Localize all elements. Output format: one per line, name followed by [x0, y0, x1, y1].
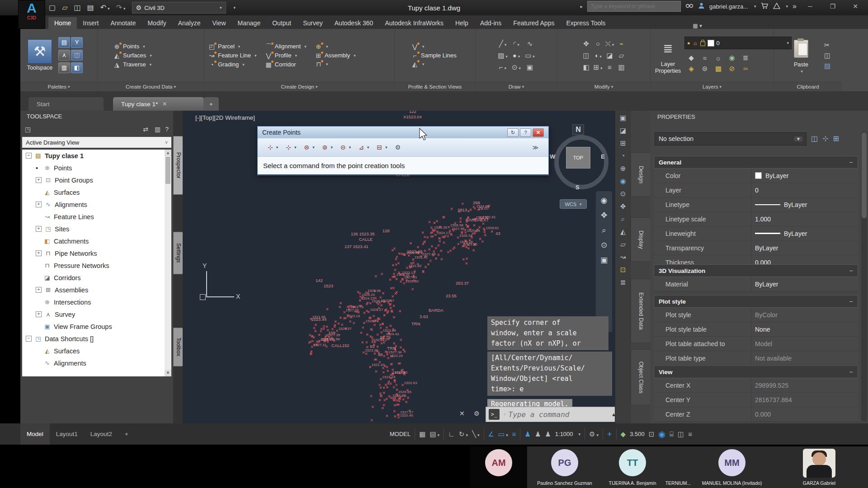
palette-tool-icon[interactable]: ◔	[621, 152, 625, 159]
palette-tool-icon[interactable]: ▣	[620, 114, 626, 121]
intersection-button[interactable]: ⊕▾	[315, 43, 356, 50]
section-header[interactable]: 3D Visualization−	[654, 264, 858, 277]
orbit-icon[interactable]: ⊙	[601, 241, 607, 249]
full-navigation-wheel-icon[interactable]: ◉	[601, 197, 608, 204]
cart-icon[interactable]	[761, 3, 769, 10]
viewport-controls[interactable]: [-][Top][2D Wireframe]	[195, 114, 255, 121]
profile-button[interactable]: ⋁Profile▾	[265, 52, 307, 59]
circle-tool-icon[interactable]: ●▾	[513, 52, 520, 59]
palette-tool-icon[interactable]: ◉	[620, 178, 626, 184]
search-icon[interactable]	[685, 3, 693, 10]
help-search-box[interactable]	[587, 1, 681, 12]
pan-icon[interactable]: ✥	[601, 211, 607, 219]
panel-label-psv[interactable]: Profile & Section Views	[395, 82, 475, 91]
customize-commandline-icon[interactable]: ⚙	[474, 410, 480, 417]
miscellaneous-point-tool[interactable]: ⊹▾	[268, 144, 278, 150]
autoscale-icon[interactable]: ♟	[535, 431, 541, 437]
viewcube-south[interactable]: S	[576, 184, 580, 191]
tree-scrollbar[interactable]: ▲ ▼	[165, 150, 171, 376]
panel-label-cgd[interactable]: Create Ground Data▾	[98, 82, 204, 91]
offset-tool-icon[interactable]: ≡	[608, 63, 612, 71]
tab-toolbox[interactable]: Toolbox	[173, 328, 184, 366]
new-layout-button[interactable]: +	[118, 423, 135, 445]
polyline-tool-icon[interactable]: ⌐▾	[499, 63, 506, 71]
ribbon-tab-insert[interactable]: Insert	[77, 17, 104, 29]
snap-mode-icon[interactable]: ▤▾	[429, 431, 439, 437]
collapse-section-icon[interactable]: −	[849, 159, 853, 166]
annotation-visibility-icon[interactable]: ♟	[524, 431, 530, 437]
pipe-network-button[interactable]: ⊓▾	[315, 61, 356, 67]
object-snap-tracking-icon[interactable]: ∠	[488, 431, 494, 437]
object-snap-icon[interactable]: ▭▾	[498, 431, 508, 437]
toggle-pickadd-icon[interactable]: ◫	[811, 135, 818, 142]
tab-layout1[interactable]: Layout1	[50, 423, 84, 445]
slope-point-tool[interactable]: ⊿▾	[359, 144, 369, 150]
viewcube-west[interactable]: W	[550, 153, 555, 160]
toolbar-expand-icon[interactable]: ≫	[532, 144, 538, 151]
participant-tile[interactable]: TERNIUM...	[663, 446, 693, 488]
tree-item-points[interactable]: •⊕Points	[22, 162, 171, 174]
tree-item-catchments[interactable]: ◧Catchments	[22, 235, 171, 247]
mirror-tool-icon[interactable]: ◧	[583, 63, 589, 71]
line-tool-icon[interactable]: ╱▾	[499, 40, 507, 48]
tree-item-survey[interactable]: +⋏Survey	[22, 308, 171, 320]
tree-item-ds-alignments[interactable]: ∿Alignments	[22, 357, 171, 369]
palette-tool-icon[interactable]: ⊕	[620, 165, 626, 172]
dialog-dock-icon[interactable]: ↻	[507, 128, 519, 137]
ribbon-tab-analyze[interactable]: Analyze	[172, 17, 207, 29]
tree-item-corridors[interactable]: ◪Corridors	[22, 272, 171, 284]
collapse-section-icon[interactable]: −	[849, 298, 853, 305]
annotation-monitor-icon[interactable]: +	[607, 430, 612, 438]
ellipse-tool-icon[interactable]: ⊙▾	[512, 63, 521, 71]
property-row[interactable]: ColorByLayer	[654, 169, 858, 183]
collapse-icon[interactable]: −	[26, 153, 32, 159]
surfaces-button[interactable]: ◭Surfaces▾	[113, 52, 152, 59]
quick-properties-icon[interactable]: ⊡	[649, 431, 655, 437]
grading-button[interactable]: ◔Grading▾	[208, 61, 257, 68]
settings-palette-icon[interactable]: Y	[71, 37, 83, 48]
dialog-help-icon[interactable]: ?	[520, 128, 531, 137]
workspace-switching-icon[interactable]: ⚙▾	[589, 431, 599, 437]
ribbon-tab-view[interactable]: View	[206, 17, 231, 29]
prospector-palette-icon[interactable]: ▤	[58, 37, 70, 48]
layer-tool-icon[interactable]: ◉	[729, 54, 735, 62]
ribbon-tab-help[interactable]: Help	[449, 17, 474, 29]
save-icon[interactable]: ◫	[74, 4, 80, 11]
toolbox-palette-icon[interactable]: ◫	[71, 50, 83, 61]
help-icon[interactable]: ?	[165, 126, 169, 132]
assembly-button[interactable]: ⊞Assembly▾	[315, 52, 356, 59]
section-header[interactable]: View−	[654, 366, 858, 378]
property-row[interactable]: Plot table attached toModel	[654, 337, 858, 351]
collapse-section-icon[interactable]: −	[849, 369, 853, 375]
trim-tool-icon[interactable]: ⤬▾	[605, 40, 614, 48]
panel-label-create-design[interactable]: Create Design▾	[204, 82, 394, 91]
traverse-button[interactable]: ◮Traverse▾	[113, 61, 152, 68]
tree-item-data-shortcuts[interactable]: −◳Data Shortcuts []	[22, 333, 171, 345]
alignment-point-tool[interactable]: ⊜▾	[304, 144, 315, 150]
participant-tile[interactable]: AM	[470, 446, 527, 488]
property-row[interactable]: Center Y2816737.864	[654, 393, 858, 407]
elevation-icon[interactable]: ◆	[621, 431, 626, 437]
palette-tool-icon[interactable]: ⊡	[620, 266, 626, 273]
tree-item-point-groups[interactable]: +⊡Point Groups	[22, 174, 171, 186]
ribbon-tab-annotate[interactable]: Annotate	[104, 17, 142, 29]
array-tool-icon[interactable]: ▥	[618, 63, 624, 71]
property-row[interactable]: Center X298999.525	[654, 378, 858, 393]
signed-in-user[interactable]: gabriel.garza...	[709, 3, 748, 10]
scrollbar-thumb[interactable]	[165, 157, 170, 184]
ribbon-tab-featured-apps[interactable]: Featured Apps	[507, 17, 560, 29]
ribbon-tab-express-tools[interactable]: Express Tools	[560, 17, 611, 29]
overflow-chevrons-icon[interactable]: »	[793, 3, 797, 10]
property-row[interactable]: Plot styleByColor	[654, 308, 858, 322]
section-header[interactable]: Plot style−	[654, 295, 858, 308]
palette-tool-icon[interactable]: ↝	[620, 253, 626, 260]
tab-display[interactable]: Display	[631, 217, 651, 262]
points-button[interactable]: ⊕Points▾	[113, 43, 152, 50]
match-properties-icon[interactable]: ▨	[824, 62, 830, 70]
layer-tool-icon[interactable]: ≃	[743, 65, 749, 73]
user-menu-chevron-icon[interactable]: ▾	[754, 4, 756, 9]
participant-tile[interactable]: TT TIJERINA A. Benjamin	[602, 446, 663, 488]
annotation-scale-icon[interactable]: ♟	[545, 431, 551, 437]
print-icon[interactable]: ▤	[87, 4, 94, 11]
palette-tool-icon[interactable]: ⊞	[620, 140, 626, 146]
